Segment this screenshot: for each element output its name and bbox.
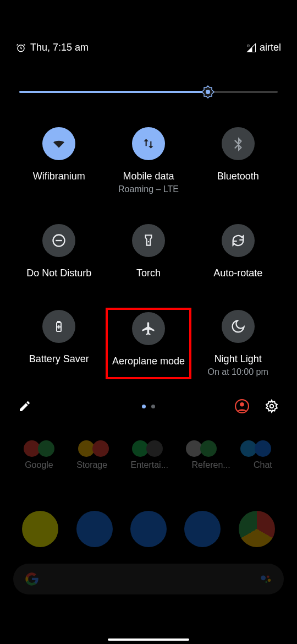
night-icon [222,310,255,343]
folder-label[interactable]: Entertai... [131,460,168,470]
svg-point-0 [261,576,266,581]
quick-settings-panel: Thu, 7:15 am R airtel Wifibranium Mobile… [3,0,294,427]
signal-icon: R [246,43,256,53]
rotate-icon [222,224,255,257]
svg-point-7 [206,90,210,94]
dnd-icon [42,224,75,257]
dock-app-phone[interactable] [76,511,113,547]
qs-sublabel: Roaming – LTE [118,184,179,194]
dock-app-messages[interactable] [184,511,221,547]
bluetooth-icon [222,127,255,160]
qs-label: Night Light [215,353,262,365]
qs-label: Mobile data [123,170,174,183]
qs-label: Wifibranium [33,170,85,183]
nav-handle[interactable] [108,638,189,641]
qs-label: Aeroplane mode [112,355,185,368]
qs-tile-dnd[interactable]: Do Not Disturb [16,222,102,282]
qs-label: Battery Saver [29,353,89,365]
svg-point-3 [265,581,267,583]
folder-icons-row [13,440,284,457]
qs-header: Thu, 7:15 am R airtel [16,42,281,53]
qs-tile-mobile-data[interactable]: Mobile data Roaming – LTE [106,125,192,197]
brightness-slider[interactable] [16,81,281,103]
qs-grid: Wifibranium Mobile data Roaming – LTE Bl… [16,125,281,379]
qs-tile-aeroplane-mode[interactable]: Aeroplane mode [106,308,192,379]
settings-icon[interactable] [265,399,279,413]
qs-tile-night-light[interactable]: Night Light On at 10:00 pm [195,308,281,379]
svg-rect-12 [58,321,60,323]
qs-label: Auto-rotate [213,267,262,280]
qs-tile-bluetooth[interactable]: Bluetooth [195,125,281,197]
folder-label[interactable]: Chat [254,460,272,470]
data-icon [132,127,165,160]
qs-tile-battery-saver[interactable]: Battery Saver [16,308,102,379]
wifi-icon [42,127,75,160]
dock [13,511,284,547]
qs-footer [16,395,281,416]
svg-point-2 [268,578,271,581]
alarm-text: Thu, 7:15 am [30,42,89,53]
user-icon[interactable] [235,399,249,413]
carrier-info: R airtel [246,42,281,53]
folder-label[interactable]: Storage [76,460,107,470]
page-dot [151,405,155,408]
alarm-icon [16,43,26,53]
qs-tile-wifi[interactable]: Wifibranium [16,125,102,197]
dock-app-snapchat[interactable] [22,511,58,547]
assistant-icon [258,572,273,586]
edit-icon[interactable] [18,400,31,413]
google-g-icon [24,571,40,587]
svg-point-16 [240,402,244,407]
svg-text:R: R [247,43,250,47]
qs-label: Do Not Disturb [26,267,91,280]
page-indicator [142,405,155,408]
battery-icon [42,310,75,343]
qs-sublabel: On at 10:00 pm [208,367,268,377]
svg-point-1 [267,576,269,578]
folder-label[interactable]: Google [25,460,53,470]
torch-icon [132,224,165,257]
brightness-thumb-icon[interactable] [201,85,215,99]
folder-label[interactable]: Referen... [191,460,230,470]
svg-point-17 [270,405,274,408]
brightness-fill [19,91,207,93]
airplane-icon [132,312,165,345]
qs-tile-auto-rotate[interactable]: Auto-rotate [195,222,281,282]
qs-tile-torch[interactable]: Torch [106,222,192,282]
qs-label: Bluetooth [217,170,259,183]
alarm-info[interactable]: Thu, 7:15 am [16,42,89,53]
home-folders: Google Storage Entertai... Referen... Ch… [13,460,284,470]
home-screen: Google Storage Entertai... Referen... Ch… [0,435,297,644]
dock-app-contacts[interactable] [130,511,167,547]
search-bar[interactable] [13,564,284,594]
qs-label: Torch [136,267,161,280]
carrier-name: airtel [260,42,281,53]
page-dot-active [142,405,146,408]
dock-app-chrome[interactable] [239,511,275,547]
